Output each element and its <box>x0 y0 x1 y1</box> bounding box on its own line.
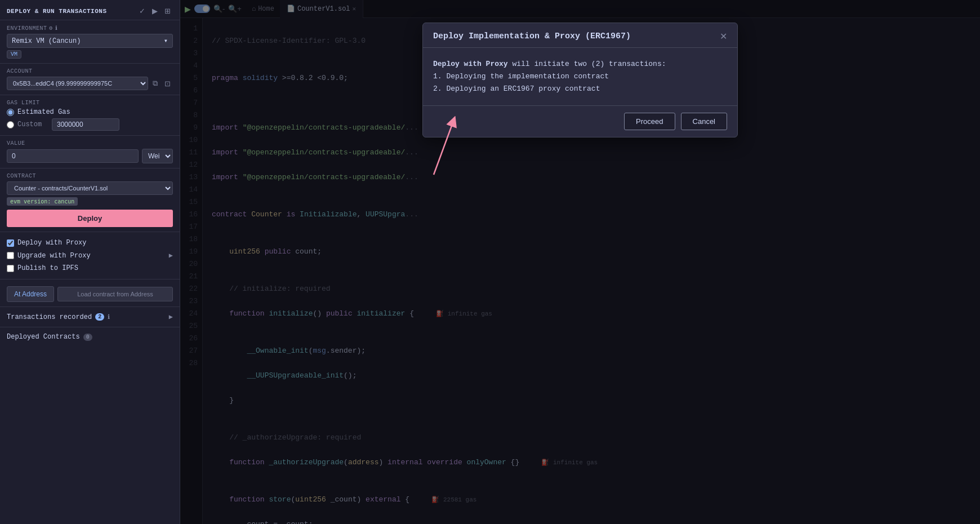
env-help-icon: ℹ <box>55 25 58 32</box>
transactions-badge: 2 <box>95 313 104 321</box>
upgrade-proxy-arrow-icon: ▶ <box>169 251 173 260</box>
deployed-badge: 0 <box>83 334 92 341</box>
transactions-arrow-icon: ▶ <box>169 313 173 321</box>
value-input[interactable]: 0 <box>7 149 139 163</box>
env-dropdown-icon: ▾ <box>164 37 168 45</box>
upgrade-with-proxy-label: Upgrade with Proxy <box>17 252 91 260</box>
sidebar-title-text: DEPLOY & RUN TRANSACTIONS <box>7 8 107 15</box>
value-label: VALUE <box>7 140 173 146</box>
publish-ipfs-label: Publish to IPFS <box>17 264 78 272</box>
deployed-contracts-row: Deployed Contracts 0 <box>0 327 180 347</box>
load-contract-button[interactable]: Load contract from Address <box>57 287 173 301</box>
proceed-button[interactable]: Proceed <box>624 113 675 130</box>
at-address-button[interactable]: At Address <box>7 286 54 302</box>
gas-limit-label: GAS LIMIT <box>7 100 173 106</box>
value-unit-select[interactable]: Wei <box>142 149 173 163</box>
account-row: 0x5B3...eddC4 (99.999999999975C ⧉ ⊡ <box>7 77 173 90</box>
vm-badge: VM <box>7 50 21 59</box>
estimated-gas-radio[interactable] <box>7 109 14 116</box>
deploy-button[interactable]: Deploy <box>7 210 173 227</box>
modal-intro: Deploy with Proxy will initiate two (2) … <box>433 58 727 70</box>
modal-step1: 1. Deploying the implementation contract <box>433 70 727 83</box>
at-address-section: At Address Load contract from Address <box>0 279 180 307</box>
contract-select[interactable]: Counter - contracts/CounterV1.sol <box>7 181 173 195</box>
transactions-info-icon: ℹ <box>108 313 110 321</box>
custom-gas-input[interactable]: 3000000 <box>52 118 119 131</box>
check-icon[interactable]: ✓ <box>137 6 148 16</box>
sidebar: DEPLOY & RUN TRANSACTIONS ✓ ▶ ⊞ ENVIRONM… <box>0 0 180 524</box>
modal-close-button[interactable]: ✕ <box>720 31 727 42</box>
estimated-gas-label: Estimated Gas <box>17 108 70 116</box>
gas-limit-section: GAS LIMIT Estimated Gas Custom 3000000 <box>0 95 180 136</box>
play-icon[interactable]: ▶ <box>150 6 160 16</box>
sidebar-title-icons: ✓ ▶ ⊞ <box>137 6 173 16</box>
sidebar-header: DEPLOY & RUN TRANSACTIONS ✓ ▶ ⊞ <box>0 0 180 20</box>
account-label: ACCOUNT <box>7 68 173 74</box>
environment-label: ENVIRONMENT ⚙ ℹ <box>7 25 173 32</box>
upgrade-with-proxy-checkbox[interactable] <box>7 252 14 259</box>
environment-section: ENVIRONMENT ⚙ ℹ Remix VM (Cancun) ▾ VM <box>0 20 180 64</box>
modal-footer: Proceed Cancel <box>423 105 737 137</box>
evm-badge: evm version: cancun <box>7 197 78 206</box>
estimated-gas-row: Estimated Gas <box>7 108 173 116</box>
transactions-recorded-row[interactable]: Transactions recorded 2 ℹ ▶ <box>0 307 180 327</box>
environment-select[interactable]: Remix VM (Cancun) ▾ <box>7 34 173 48</box>
cancel-button[interactable]: Cancel <box>681 113 727 130</box>
account-section: ACCOUNT 0x5B3...eddC4 (99.999999999975C … <box>0 64 180 95</box>
qr-icon[interactable]: ⊡ <box>162 78 173 89</box>
modal-step2: 2. Deploying an ERC1967 proxy contract <box>433 83 727 95</box>
transactions-label: Transactions recorded <box>7 313 92 321</box>
modal-title: Deploy Implementation & Proxy (ERC1967) <box>433 32 631 41</box>
env-info-icon: ⚙ <box>50 25 54 32</box>
deploy-with-proxy-checkbox[interactable] <box>7 239 14 247</box>
modal-intro-bold: Deploy with Proxy <box>433 60 508 68</box>
at-address-row: At Address Load contract from Address <box>7 286 173 302</box>
publish-ipfs-row: Publish to IPFS <box>7 262 173 274</box>
copy-account-icon[interactable]: ⧉ <box>150 78 160 89</box>
contract-label: CONTRACT <box>7 173 173 179</box>
gas-limit-options: Estimated Gas Custom 3000000 <box>7 108 173 131</box>
value-row: 0 Wei <box>7 149 173 163</box>
publish-ipfs-checkbox[interactable] <box>7 265 14 272</box>
deploy-modal: Deploy Implementation & Proxy (ERC1967) … <box>422 23 738 137</box>
custom-gas-radio[interactable] <box>7 121 14 128</box>
account-select[interactable]: 0x5B3...eddC4 (99.999999999975C <box>7 77 148 90</box>
modal-header: Deploy Implementation & Proxy (ERC1967) … <box>423 23 737 48</box>
custom-gas-label: Custom <box>17 121 48 128</box>
sidebar-title: DEPLOY & RUN TRANSACTIONS ✓ ▶ ⊞ <box>7 6 173 16</box>
modal-intro-text: will initiate two (2) transactions: <box>512 60 666 68</box>
custom-gas-row: Custom 3000000 <box>7 118 173 131</box>
deploy-with-proxy-row: Deploy with Proxy <box>7 237 173 249</box>
expand-icon[interactable]: ⊞ <box>162 6 173 16</box>
modal-overlay: Deploy Implementation & Proxy (ERC1967) … <box>180 0 980 524</box>
deployed-label: Deployed Contracts <box>7 333 80 341</box>
main-area: ▶ 🔍- 🔍+ ⌂ Home 📄 CounterV1.sol ✕ 12345 6… <box>180 0 980 524</box>
contract-section: CONTRACT Counter - contracts/CounterV1.s… <box>0 168 180 232</box>
upgrade-with-proxy-row: Upgrade with Proxy ▶ <box>7 249 173 262</box>
proxy-section: Deploy with Proxy Upgrade with Proxy ▶ P… <box>0 232 180 279</box>
modal-body: Deploy with Proxy will initiate two (2) … <box>423 48 737 105</box>
value-section: VALUE 0 Wei <box>0 136 180 168</box>
deploy-with-proxy-label: Deploy with Proxy <box>17 239 86 247</box>
